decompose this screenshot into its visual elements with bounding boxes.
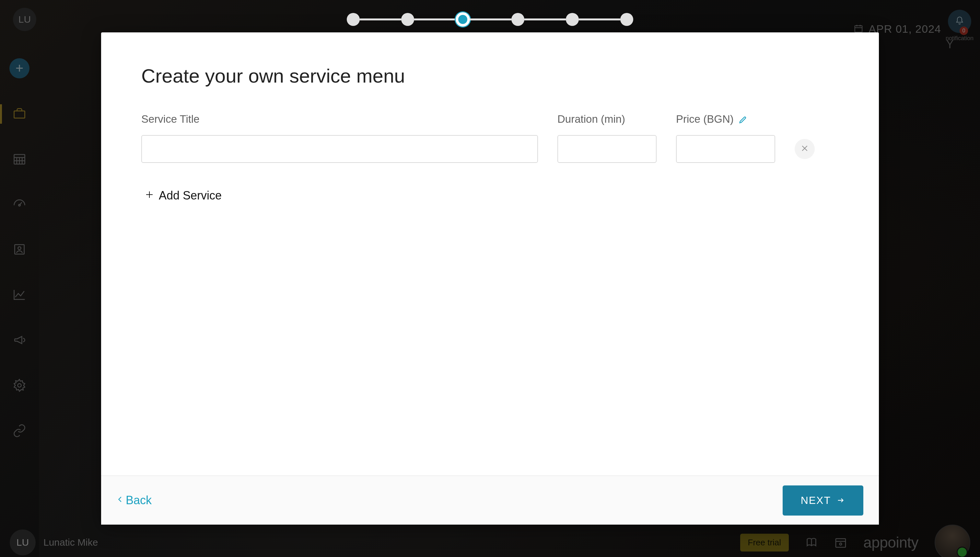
step-dot-2[interactable] bbox=[401, 13, 414, 26]
step-line bbox=[524, 18, 566, 20]
service-title-input[interactable] bbox=[141, 135, 538, 163]
pencil-icon bbox=[738, 115, 747, 127]
service-price-input[interactable] bbox=[676, 135, 775, 163]
plus-icon bbox=[145, 189, 154, 202]
next-button[interactable]: NEXT bbox=[782, 485, 863, 516]
add-service-label: Add Service bbox=[159, 189, 222, 202]
close-icon bbox=[800, 144, 809, 154]
form-column-headers: Service Title Duration (min) Price (BGN) bbox=[141, 113, 839, 125]
step-dot-6[interactable] bbox=[620, 13, 633, 26]
service-duration-input[interactable] bbox=[557, 135, 657, 163]
service-menu-modal: Create your own service menu Service Tit… bbox=[101, 33, 879, 524]
wizard-stepper bbox=[347, 12, 633, 26]
chevron-left-icon bbox=[117, 493, 124, 507]
remove-row-button[interactable] bbox=[795, 139, 815, 159]
step-line bbox=[360, 18, 401, 20]
column-header-title: Service Title bbox=[141, 113, 538, 125]
modal-footer: Back NEXT bbox=[101, 476, 879, 524]
back-label: Back bbox=[126, 493, 152, 507]
step-dot-3-current[interactable] bbox=[456, 12, 470, 26]
step-dot-5[interactable] bbox=[566, 13, 579, 26]
modal-title: Create your own service menu bbox=[141, 65, 839, 87]
step-dot-1[interactable] bbox=[347, 13, 360, 26]
add-service-button[interactable]: Add Service bbox=[141, 182, 225, 209]
edit-currency-button[interactable] bbox=[738, 115, 747, 124]
step-line bbox=[579, 18, 620, 20]
modal-body: Create your own service menu Service Tit… bbox=[101, 33, 879, 476]
step-line bbox=[470, 18, 511, 20]
column-header-price: Price (BGN) bbox=[676, 113, 775, 125]
back-button[interactable]: Back bbox=[117, 493, 152, 507]
arrow-right-icon bbox=[836, 495, 845, 507]
step-line bbox=[414, 18, 456, 20]
step-dot-4[interactable] bbox=[511, 13, 524, 26]
column-header-duration: Duration (min) bbox=[557, 113, 657, 125]
service-row bbox=[141, 135, 839, 163]
next-label: NEXT bbox=[801, 495, 831, 507]
price-header-text: Price (BGN) bbox=[676, 113, 734, 125]
